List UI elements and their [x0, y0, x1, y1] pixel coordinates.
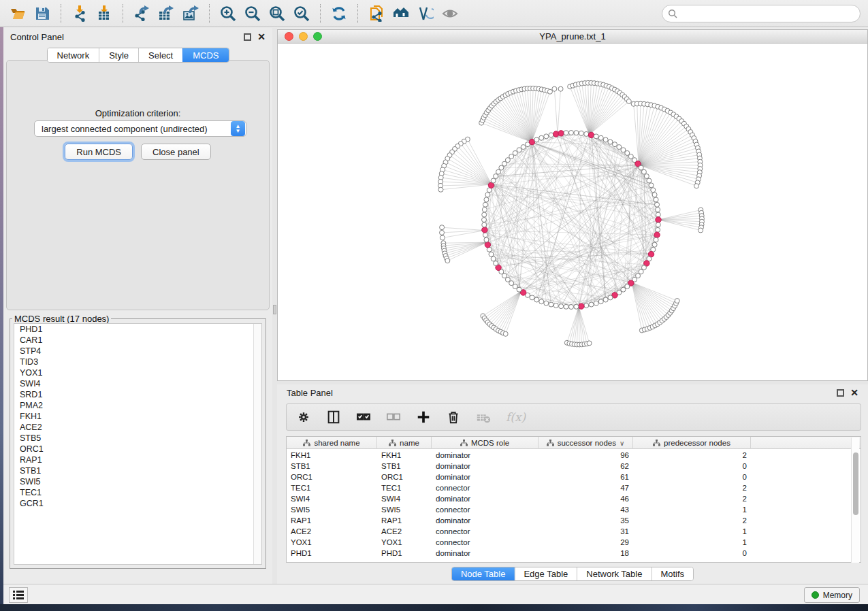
ring-node[interactable] [482, 208, 487, 212]
save-session-button[interactable] [30, 3, 54, 24]
ring-node[interactable] [641, 265, 646, 270]
table-row[interactable]: YOX1YOX1connector291 [287, 537, 861, 548]
ring-node[interactable] [608, 139, 613, 144]
ring-node[interactable] [656, 212, 660, 217]
ring-node[interactable] [549, 133, 553, 137]
mcds-node-item[interactable]: SWI4 [14, 378, 261, 389]
ring-node[interactable] [534, 297, 539, 302]
ring-node[interactable] [644, 174, 649, 179]
ring-node[interactable] [621, 287, 626, 292]
ring-node[interactable] [499, 165, 504, 170]
zoom-fit-button[interactable] [265, 3, 289, 24]
mcds-node-item[interactable]: STP4 [14, 346, 261, 357]
ring-node[interactable] [656, 208, 660, 212]
table-row[interactable]: PHD1PHD1dominator180 [287, 548, 861, 559]
ring-node[interactable] [594, 301, 598, 306]
ring-node[interactable] [652, 242, 657, 247]
splitter-grip[interactable] [273, 305, 276, 314]
ring-node[interactable] [494, 174, 498, 179]
ring-node[interactable] [489, 252, 494, 257]
leaf-node[interactable] [587, 341, 592, 346]
tab-motifs[interactable]: Motifs [651, 567, 693, 580]
ring-node[interactable] [654, 237, 658, 242]
ring-node[interactable] [655, 202, 660, 207]
ring-node[interactable] [598, 299, 603, 304]
ring-node[interactable] [539, 299, 544, 304]
mcds-node-item[interactable]: ACE2 [14, 422, 261, 433]
ring-node[interactable] [502, 274, 507, 278]
hide-graphics-button[interactable] [413, 3, 438, 24]
export-image-button[interactable] [178, 3, 203, 24]
ring-node[interactable] [656, 222, 660, 227]
ring-node[interactable] [603, 137, 608, 142]
leaf-node[interactable] [503, 331, 508, 336]
leaf-node[interactable] [440, 225, 445, 230]
ring-node[interactable] [534, 137, 539, 142]
ring-node[interactable] [641, 169, 646, 174]
table-settings-button[interactable] [296, 409, 311, 425]
ring-node[interactable] [613, 142, 617, 147]
ring-node[interactable] [482, 222, 487, 227]
column-header-successor-nodes[interactable]: successor nodes∨ [539, 437, 633, 449]
ring-node[interactable] [494, 261, 498, 266]
delete-column-button[interactable] [446, 409, 461, 425]
dominator-node[interactable] [485, 242, 490, 248]
float-panel-icon[interactable] [244, 33, 251, 41]
tab-style[interactable]: Style [99, 48, 138, 62]
export-table-button[interactable] [154, 3, 178, 24]
zoom-out-button[interactable] [240, 3, 265, 24]
ring-node[interactable] [584, 303, 589, 308]
dominator-node[interactable] [654, 232, 660, 237]
leaf-node[interactable] [438, 187, 443, 192]
float-table-panel-icon[interactable] [837, 389, 844, 397]
tab-network[interactable]: Network [47, 48, 99, 62]
close-panel-button[interactable]: Close panel [141, 144, 211, 160]
column-header-name[interactable]: name [377, 437, 432, 449]
node-table[interactable]: shared namenameMCDS rolesuccessor nodes∨… [286, 436, 861, 563]
ring-node[interactable] [517, 287, 521, 292]
criterion-dropdown[interactable]: largest connected component (undirected)… [34, 120, 246, 137]
ring-node[interactable] [594, 134, 598, 139]
memory-button[interactable]: Memory [804, 587, 860, 603]
show-graphics-button[interactable] [438, 3, 462, 24]
ring-node[interactable] [553, 303, 558, 308]
ring-node[interactable] [647, 178, 652, 183]
ring-node[interactable] [483, 233, 487, 237]
mcds-node-item[interactable]: TEC1 [14, 487, 261, 498]
ring-node[interactable] [521, 145, 526, 150]
ring-node[interactable] [530, 295, 534, 300]
mcds-node-item[interactable]: FKH1 [14, 411, 261, 422]
ring-node[interactable] [574, 304, 579, 309]
search-box[interactable] [662, 5, 861, 22]
tab-select[interactable]: Select [138, 48, 182, 62]
table-row[interactable]: RAP1RAP1dominator352 [287, 515, 861, 526]
network-window-titlebar[interactable]: YPA_prune.txt_1 [277, 29, 868, 44]
ring-node[interactable] [485, 193, 490, 197]
dominator-node[interactable] [656, 217, 661, 222]
import-network-button[interactable] [67, 3, 92, 24]
ring-node[interactable] [656, 227, 660, 232]
tab-node-table[interactable]: Node Table [452, 567, 515, 580]
leaf-node[interactable] [552, 86, 557, 91]
ring-node[interactable] [544, 301, 549, 306]
mcds-node-item[interactable]: PHD1 [14, 324, 261, 335]
column-header-shared-name[interactable]: shared name [287, 437, 377, 449]
ring-node[interactable] [649, 183, 654, 188]
network-graph-svg[interactable] [278, 44, 867, 380]
ring-node[interactable] [549, 302, 553, 307]
ring-node[interactable] [559, 304, 564, 309]
mcds-node-item[interactable]: RAP1 [14, 455, 261, 465]
leaf-node[interactable] [694, 184, 699, 188]
dominator-node[interactable] [558, 131, 564, 136]
ring-node[interactable] [584, 131, 589, 136]
apply-layout-button[interactable] [327, 3, 351, 24]
search-input[interactable] [681, 7, 860, 20]
ring-node[interactable] [482, 218, 487, 222]
mcds-node-item[interactable]: YOX1 [14, 367, 261, 378]
ring-node[interactable] [483, 202, 487, 207]
column-header-predecessor-nodes[interactable]: predecessor nodes [633, 437, 751, 449]
import-table-button[interactable] [92, 3, 116, 24]
ring-node[interactable] [564, 131, 568, 135]
ring-node[interactable] [651, 188, 656, 193]
new-network-from-selection-button[interactable] [364, 3, 389, 24]
